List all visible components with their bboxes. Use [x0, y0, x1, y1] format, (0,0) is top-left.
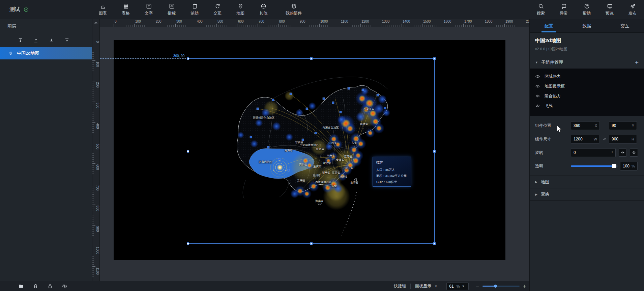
- ruler-corner-eye-icon[interactable]: [92, 19, 100, 27]
- vertical-ruler[interactable]: 010020030040050060070080090010001100: [92, 27, 100, 281]
- chevron-down-icon: ▼: [434, 285, 437, 288]
- toolbar-item-text[interactable]: 文字: [139, 1, 158, 19]
- width-input[interactable]: 1200 W: [571, 135, 600, 143]
- selection-handle[interactable]: [433, 150, 436, 153]
- toolbar-right: 搜索异常帮助预览发布: [531, 0, 642, 19]
- opacity-slider-knob[interactable]: [612, 164, 616, 168]
- ruler-tick-label: 1600: [444, 20, 451, 23]
- toolbar-left: 图表表格文字指标辅助交互地图其他我的部件: [93, 0, 303, 19]
- ruler-tick-label: 800: [96, 206, 99, 211]
- canvas-viewport[interactable]: 新疆维吾尔自治区内蒙古自治区黑龙江省吉林省甘肃省宁夏回族自治区青海省西藏自治区四…: [100, 27, 529, 281]
- subcomponent-item[interactable]: 区域热力: [530, 72, 644, 81]
- zoom-unit: %: [457, 284, 460, 288]
- selection-handle[interactable]: [310, 242, 313, 245]
- rotation-value: 0: [574, 150, 576, 155]
- layer-to-bottom-button[interactable]: [16, 36, 24, 44]
- project-title: 测试: [9, 6, 20, 13]
- layer-move-down-button[interactable]: [48, 36, 56, 44]
- toolbar-item-label: 交互: [213, 10, 222, 16]
- widgets-icon: [291, 3, 297, 9]
- inspector-tab-配置[interactable]: 配置: [530, 19, 568, 32]
- toolbar-item-assist[interactable]: 辅助: [185, 1, 204, 19]
- toolbar-item-help[interactable]: 帮助: [577, 1, 596, 19]
- subcomponent-list: 区域热力地图提示框聚合热力飞线: [530, 69, 644, 116]
- layer-to-top-button[interactable]: [32, 36, 40, 44]
- toolbar-item-search[interactable]: 搜索: [531, 1, 550, 19]
- inspector-panel: 配置数据交互 中国2d地图 v2.0.0 | 中国2d地图 ▼ 子组件管理 + …: [529, 19, 644, 291]
- selection-handle[interactable]: [187, 242, 189, 245]
- ruler-tick-label: 0: [115, 20, 117, 23]
- selection-handle[interactable]: [433, 242, 436, 245]
- width-value: 1200: [574, 137, 583, 141]
- shortcut-button[interactable]: 快捷键: [394, 283, 406, 289]
- toolbar-item-label: 表格: [122, 10, 130, 16]
- toolbar-item-map[interactable]: 地图: [231, 1, 250, 19]
- ruler-tick-label: 400: [197, 20, 203, 23]
- subcomponent-section-header[interactable]: ▼ 子组件管理 +: [530, 56, 644, 69]
- flip-horizontal-button[interactable]: [619, 149, 627, 157]
- zoom-slider-track[interactable]: [482, 286, 520, 287]
- ruler-tick-label: 100: [135, 20, 141, 23]
- position-x-input[interactable]: 360 X: [571, 121, 600, 130]
- toolbar-item-label: 辅助: [191, 10, 199, 16]
- flip-vertical-button[interactable]: [630, 149, 638, 157]
- ruler-tick-label: 2000: [526, 20, 529, 23]
- subcomponent-label: 地图提示框: [545, 83, 565, 89]
- china-2d-map-component[interactable]: 新疆维吾尔自治区内蒙古自治区黑龙江省吉林省甘肃省宁夏回族自治区青海省西藏自治区四…: [188, 59, 434, 243]
- subcomponent-item[interactable]: 聚合热力: [530, 91, 644, 101]
- opacity-input[interactable]: 100 %: [620, 162, 638, 170]
- trash-icon[interactable]: [33, 283, 38, 289]
- inspector-tab-数据[interactable]: 数据: [568, 19, 606, 32]
- lock-icon[interactable]: [47, 283, 53, 289]
- toolbar-item-kpi[interactable]: 指标: [162, 1, 181, 19]
- toolbar-item-widgets[interactable]: 我的部件: [284, 1, 303, 19]
- subcomponent-item[interactable]: 飞线: [530, 101, 644, 111]
- toolbar-item-publish[interactable]: 发布: [623, 1, 642, 19]
- inspector-tab-交互[interactable]: 交互: [606, 19, 644, 32]
- tooltip-row: GDP：678亿元: [376, 180, 407, 184]
- opacity-slider[interactable]: [571, 162, 618, 170]
- add-subcomponent-button[interactable]: +: [635, 59, 639, 65]
- toolbar-item-bar-chart[interactable]: 图表: [93, 1, 112, 19]
- selection-handle[interactable]: [187, 150, 189, 153]
- position-y-input[interactable]: 90 Y: [609, 121, 637, 130]
- opacity-label: 透明: [535, 163, 571, 169]
- collapse-caret-icon: ▶: [535, 180, 537, 184]
- toolbar-item-label: 异常: [560, 10, 568, 16]
- config-section-地图[interactable]: ▶地图: [530, 176, 644, 188]
- toolbar-item-more[interactable]: 其他: [254, 1, 273, 19]
- toolbar-item-interact[interactable]: 交互: [208, 1, 227, 19]
- component-header: 中国2d地图 v2.0.0 | 中国2d地图: [530, 33, 644, 56]
- zoom-out-button[interactable]: −: [476, 284, 479, 289]
- subcomponent-label: 飞线: [545, 103, 553, 109]
- link-size-button[interactable]: [600, 137, 609, 141]
- toolbar-item-label: 预览: [606, 10, 614, 16]
- tooltip-row: 面积：31,662平方公里: [376, 174, 407, 178]
- selection-handle[interactable]: [310, 57, 313, 60]
- layer-move-up-button[interactable]: [63, 36, 71, 44]
- zoom-in-button[interactable]: +: [523, 284, 526, 289]
- eye-icon: [535, 94, 540, 99]
- height-input[interactable]: 900 H: [609, 135, 637, 143]
- selection-handle[interactable]: [433, 57, 436, 60]
- rotation-input[interactable]: 0 °: [571, 148, 616, 157]
- config-section-变换[interactable]: ▶变换: [530, 188, 644, 201]
- toolbar-item-table[interactable]: 表格: [116, 1, 135, 19]
- toolbar-item-alert[interactable]: 异常: [554, 1, 573, 19]
- zoom-level-dropdown[interactable]: 61 % ▼: [446, 283, 469, 290]
- subcomponent-item[interactable]: 地图提示框: [530, 81, 644, 91]
- ruler-tick-label: 1300: [382, 20, 389, 23]
- text-icon: [146, 3, 152, 9]
- layer-item[interactable]: 中国2d地图: [0, 47, 92, 59]
- zoom-slider-knob[interactable]: [494, 285, 497, 288]
- horizontal-ruler[interactable]: 0100200300400500600700800900100011001200…: [100, 19, 529, 27]
- rotation-label: 旋转: [535, 150, 571, 156]
- toolbar-item-preview[interactable]: 预览: [600, 1, 619, 19]
- flip-horizontal-icon: [620, 150, 625, 155]
- layer-item-label: 中国2d地图: [17, 50, 39, 56]
- folder-icon[interactable]: [18, 283, 24, 289]
- eye-off-icon[interactable]: [62, 283, 67, 289]
- panel-display-dropdown[interactable]: 面板显示 ▼: [415, 283, 437, 289]
- rotation-suffix: °: [610, 151, 613, 155]
- map-component-selection[interactable]: 新疆维吾尔自治区内蒙古自治区黑龙江省吉林省甘肃省宁夏回族自治区青海省西藏自治区四…: [188, 58, 435, 244]
